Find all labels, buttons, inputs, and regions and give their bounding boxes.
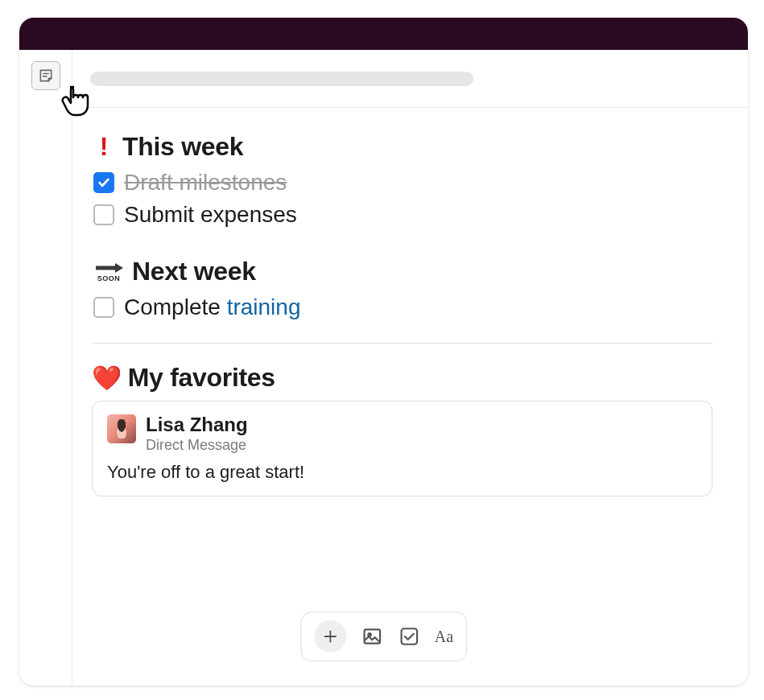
- svg-rect-8: [401, 628, 417, 644]
- checkbox-icon: [399, 626, 419, 647]
- exclamation-icon: !: [92, 132, 116, 162]
- title-placeholder[interactable]: [90, 72, 473, 86]
- document-content[interactable]: ! This week Draft milestones Submit expe…: [72, 108, 748, 686]
- task-row: Submit expenses: [93, 202, 712, 228]
- note-icon: [38, 68, 54, 84]
- header-strip: [72, 50, 748, 108]
- app-window: ! This week Draft milestones Submit expe…: [19, 18, 748, 686]
- card-subtitle: Direct Message: [146, 437, 248, 454]
- main-area: ! This week Draft milestones Submit expe…: [72, 50, 748, 686]
- checklist-button[interactable]: [398, 625, 420, 648]
- format-button[interactable]: Aa: [435, 628, 453, 646]
- divider: [92, 343, 712, 344]
- section-heading-next-week: SOON Next week: [92, 257, 712, 286]
- task-label: Submit expenses: [124, 202, 297, 228]
- message-card[interactable]: Lisa Zhang Direct Message You're off to …: [92, 401, 712, 496]
- task-label: Complete training: [124, 294, 300, 320]
- titlebar: [19, 18, 748, 50]
- image-button[interactable]: [361, 625, 383, 648]
- heart-icon: ❤️: [92, 364, 122, 392]
- task-row: Complete training: [93, 294, 712, 320]
- heading-text: Next week: [132, 257, 256, 286]
- task-label: Draft milestones: [124, 170, 287, 196]
- canvas-button[interactable]: [31, 61, 60, 90]
- check-icon: [97, 176, 110, 189]
- section-heading-favorites: ❤️ My favorites: [92, 363, 712, 393]
- checkbox[interactable]: [93, 204, 114, 225]
- task-row: Draft milestones: [93, 170, 712, 196]
- heading-text: My favorites: [128, 363, 275, 393]
- heading-text: This week: [122, 132, 243, 162]
- link-training[interactable]: training: [227, 294, 301, 319]
- image-icon: [361, 626, 382, 647]
- soon-icon: SOON: [92, 261, 126, 282]
- plus-icon: [322, 628, 338, 644]
- card-message: You're off to a great start!: [107, 462, 697, 483]
- card-author: Lisa Zhang: [146, 414, 248, 435]
- floating-toolbar: Aa: [300, 611, 467, 661]
- checkbox[interactable]: [93, 297, 114, 318]
- add-button[interactable]: [314, 620, 346, 653]
- avatar: [107, 414, 136, 443]
- checkbox[interactable]: [93, 172, 114, 193]
- svg-marker-3: [115, 263, 123, 273]
- section-heading-this-week: ! This week: [92, 132, 712, 162]
- left-rail: [19, 50, 72, 686]
